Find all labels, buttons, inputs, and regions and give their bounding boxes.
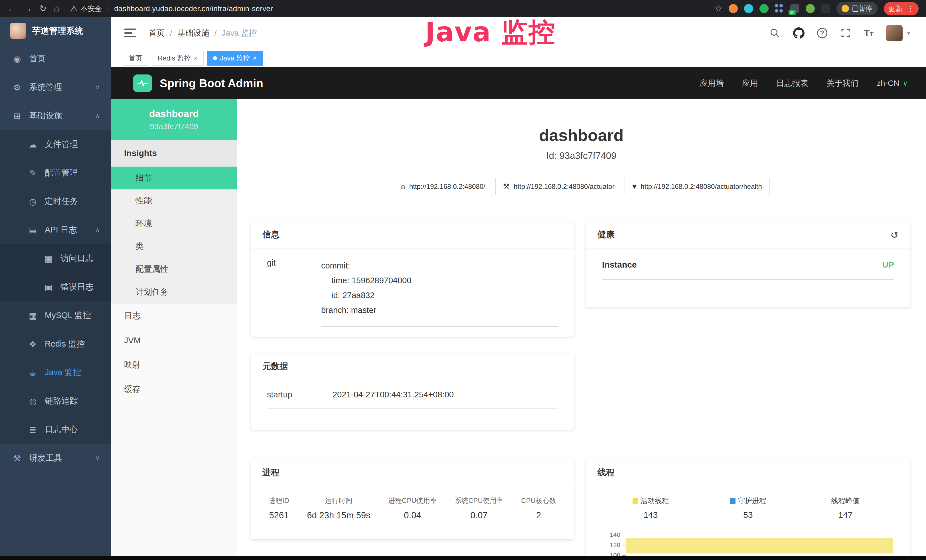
sidebar-item-error-log[interactable]: ▣ 错误日志 bbox=[0, 273, 111, 301]
sidebar-item-log-center[interactable]: ≣ 日志中心 bbox=[0, 415, 111, 444]
smiley-icon bbox=[841, 5, 849, 12]
gear-icon: ⚙ bbox=[11, 82, 23, 92]
sidebar-item-trace[interactable]: ◎ 链路追踪 bbox=[0, 387, 111, 415]
sidebar-item-java-monitor[interactable]: ☕ Java 监控 bbox=[0, 358, 111, 387]
update-chrome-button[interactable]: 更新 ⋮ bbox=[884, 2, 918, 15]
sidebar-item-mysql-monitor[interactable]: ▦ MySQL 监控 bbox=[0, 301, 111, 330]
sba-sidebar: dashboard 93a3fc7f7409 Insights 细节 性能 环境… bbox=[111, 99, 237, 560]
actuator-url-link[interactable]: ⚒ http://192.168.0.2:48080/actuator bbox=[495, 178, 622, 195]
extension-icon-switch[interactable]: on bbox=[790, 4, 799, 13]
sba-item-environment[interactable]: 环境 bbox=[111, 212, 237, 235]
security-indicator[interactable]: ⚠ 不安全 | dashboard.yudao.iocoder.cn/infra… bbox=[70, 4, 273, 14]
live-threads-area bbox=[626, 538, 893, 554]
sba-item-jvm[interactable]: JVM bbox=[111, 328, 237, 353]
sidebar-item-infrastructure[interactable]: ⊞ 基础设施 ∧ bbox=[0, 101, 111, 130]
sba-item-details[interactable]: 细节 bbox=[111, 166, 237, 189]
metric-uptime: 运行时间 6d 23h 15m 59s bbox=[307, 496, 370, 521]
close-icon[interactable]: × bbox=[194, 54, 198, 62]
breadcrumb-current: Java 监控 bbox=[222, 28, 257, 38]
doc-icon: ▣ bbox=[43, 282, 54, 292]
sba-item-performance[interactable]: 性能 bbox=[111, 189, 237, 212]
sidebar-item-cron-jobs[interactable]: ◷ 定时任务 bbox=[0, 187, 111, 216]
chevron-down-icon: ∨ bbox=[95, 454, 100, 462]
legend-live-threads: 活动线程 143 bbox=[602, 496, 699, 520]
sba-item-scheduled-tasks[interactable]: 计划任务 bbox=[111, 281, 237, 304]
sba-item-logs[interactable]: 日志 bbox=[111, 304, 237, 328]
sba-nav-wallboard[interactable]: 应用墙 bbox=[700, 78, 724, 89]
reload-icon[interactable]: ↻ bbox=[39, 4, 47, 13]
log-icon: ▤ bbox=[27, 225, 38, 235]
sidebar-item-api-log[interactable]: ▤ API 日志 ∧ bbox=[0, 216, 111, 244]
fullscreen-icon[interactable] bbox=[840, 27, 851, 39]
close-icon[interactable]: × bbox=[253, 54, 257, 62]
chevron-up-icon: ∧ bbox=[95, 112, 100, 120]
bookmark-star-icon[interactable]: ☆ bbox=[715, 4, 722, 13]
address-url[interactable]: dashboard.yudao.iocoder.cn/infra/admin-s… bbox=[114, 4, 273, 13]
clock-icon: ◷ bbox=[27, 197, 38, 207]
extension-icon-leaf[interactable] bbox=[806, 4, 815, 13]
extension-icon-puzzle[interactable] bbox=[821, 4, 830, 13]
sba-group-insights: Insights bbox=[111, 140, 237, 166]
sidebar-item-file-manage[interactable]: ☁ 文件管理 bbox=[0, 130, 111, 159]
sidebar-item-home[interactable]: ◉ 首页 bbox=[0, 44, 111, 73]
spring-boot-admin-logo[interactable] bbox=[133, 74, 152, 92]
history-icon[interactable]: ↺ bbox=[891, 229, 899, 241]
sidebar-item-access-log[interactable]: ▣ 访问日志 bbox=[0, 244, 111, 273]
metadata-value: 2021-04-27T00:44:31.254+08:00 bbox=[333, 390, 454, 400]
sidebar-item-redis-monitor[interactable]: ❖ Redis 监控 bbox=[0, 330, 111, 358]
main-sidebar: 芋道管理系统 ◉ 首页 ⚙ 系统管理 ∨ ⊞ 基础设施 ∧ ☁ 文件管理 ✎ 配… bbox=[0, 17, 111, 560]
sba-app-header[interactable]: dashboard 93a3fc7f7409 bbox=[111, 99, 237, 140]
sba-nav-journal[interactable]: 日志报表 bbox=[776, 78, 808, 89]
app-logo[interactable]: 芋道管理系统 bbox=[0, 17, 111, 44]
heart-icon: ♥ bbox=[632, 182, 637, 191]
legend-swatch-yellow bbox=[632, 498, 638, 504]
sidebar-item-system[interactable]: ⚙ 系统管理 ∨ bbox=[0, 73, 111, 101]
help-icon[interactable]: ? bbox=[817, 28, 827, 38]
active-dot bbox=[213, 56, 217, 60]
paused-badge[interactable]: 已暂停 bbox=[837, 2, 878, 15]
forward-icon[interactable]: → bbox=[23, 4, 32, 13]
sba-nav-applications[interactable]: 应用 bbox=[742, 78, 758, 89]
on-badge: on bbox=[788, 10, 796, 15]
edit-icon: ✎ bbox=[27, 168, 38, 178]
health-url-link[interactable]: ♥ http://192.168.0.2:48080/actuator/heal… bbox=[625, 178, 770, 195]
font-size-icon[interactable]: TT bbox=[864, 27, 873, 38]
hamburger-icon[interactable] bbox=[124, 29, 136, 37]
app-header: 首页 / 基础设施 / Java 监控 Java 监控 ? TT ▾ bbox=[111, 17, 926, 49]
breadcrumb-home[interactable]: 首页 bbox=[149, 28, 165, 38]
sidebar-item-devtools[interactable]: ⚒ 研发工具 ∨ bbox=[0, 444, 111, 472]
annotation-overlay-text: Java 监控 bbox=[391, 14, 590, 50]
logcenter-icon: ≣ bbox=[27, 425, 38, 435]
sba-item-caches[interactable]: 缓存 bbox=[111, 377, 237, 402]
extension-icon-grid[interactable] bbox=[775, 4, 784, 13]
tag-java-monitor[interactable]: Java 监控 × bbox=[207, 51, 263, 66]
back-icon[interactable]: ← bbox=[8, 4, 16, 13]
sba-item-mappings[interactable]: 映射 bbox=[111, 353, 237, 377]
service-url-link[interactable]: ⌂ http://192.168.0.2:48080/ bbox=[393, 178, 493, 195]
breadcrumb-infra[interactable]: 基础设施 bbox=[177, 28, 209, 38]
legend-peak-threads: 线程峰值 147 bbox=[797, 496, 894, 520]
sba-item-classes[interactable]: 类 bbox=[111, 235, 237, 258]
metadata-card: 元数据 startup 2021-04-27T00:44:31.254+08:0… bbox=[251, 353, 574, 430]
breadcrumb: 首页 / 基础设施 / Java 监控 bbox=[149, 28, 257, 38]
tags-view-bar: 首页 Redis 监控 × Java 监控 × bbox=[111, 49, 926, 67]
wrench-icon: ⚒ bbox=[503, 182, 510, 191]
github-icon[interactable] bbox=[793, 27, 805, 39]
tag-redis-monitor[interactable]: Redis 监控 × bbox=[152, 51, 204, 66]
sba-item-config-props[interactable]: 配置属性 bbox=[111, 258, 237, 281]
sba-brand-title[interactable]: Spring Boot Admin bbox=[160, 77, 263, 90]
extension-icon-orange[interactable] bbox=[729, 4, 738, 13]
search-icon[interactable] bbox=[769, 27, 781, 39]
card-title: 线程 bbox=[598, 467, 614, 478]
user-avatar[interactable] bbox=[886, 25, 903, 41]
sba-locale-select[interactable]: zh-CN ∨ bbox=[877, 79, 908, 88]
extension-icon-green[interactable] bbox=[760, 4, 769, 13]
tag-home[interactable]: 首页 bbox=[123, 51, 148, 66]
home-icon[interactable]: ⌂ bbox=[54, 4, 59, 13]
sba-nav-about[interactable]: 关于我们 bbox=[826, 78, 858, 89]
metric-process-cpu: 进程CPU使用率 0.04 bbox=[388, 496, 437, 521]
threads-card: 线程 活动线程 143 守护进程 bbox=[586, 459, 910, 560]
sidebar-item-config-manage[interactable]: ✎ 配置管理 bbox=[0, 159, 111, 187]
extension-icon-teal[interactable] bbox=[744, 4, 753, 13]
status-badge: UP bbox=[882, 260, 894, 269]
